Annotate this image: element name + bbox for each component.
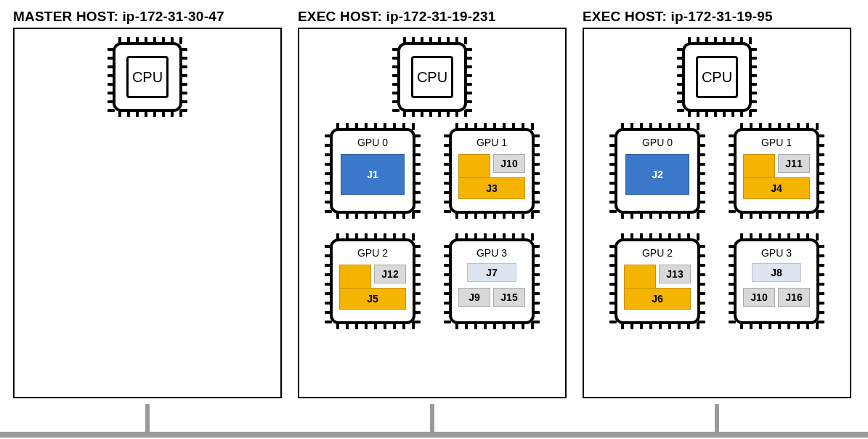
gpu-label: GPU 0 [642, 137, 673, 148]
cpu-icon: CPU [397, 42, 467, 112]
network-leg [145, 404, 150, 433]
gpu-label: GPU 3 [761, 247, 792, 259]
host-panel: EXEC HOST: ip-172-31-19-231 CPU GPU 0 J1… [298, 9, 567, 398]
job-block: J3 [458, 177, 525, 199]
gpu-icon: GPU 0 J1 [330, 128, 415, 214]
gpu-icon: GPU 1 J4 J11 [734, 128, 819, 214]
cpu-label: CPU [696, 56, 738, 98]
gpu-icon: GPU 0 J2 [615, 128, 700, 214]
job-block: J8 [752, 263, 801, 282]
gpu-label: GPU 2 [357, 247, 388, 259]
cpu-icon: CPU [682, 42, 752, 112]
job-block: J6 [624, 288, 691, 310]
gpu-label: GPU 1 [761, 137, 792, 148]
job-block: J7 [467, 263, 516, 282]
job-block: J13 [659, 265, 691, 283]
job-block: J2 [625, 154, 689, 195]
host-title: EXEC HOST: ip-172-31-19-231 [298, 9, 567, 25]
gpu-label: GPU 1 [476, 137, 507, 148]
gpu-label: GPU 0 [357, 137, 388, 148]
job-block: J15 [493, 288, 525, 307]
host-box: CPU GPU 0 J2 GPU 1 J4 J11 GPU 2 J6 [583, 28, 851, 398]
host-panel: MASTER HOST: ip-172-31-30-47 CPU [13, 9, 282, 398]
gpu-icon: GPU 3 J8 J10 J16 [734, 238, 819, 324]
job-block: J1 [341, 154, 405, 195]
job-block: J16 [778, 288, 810, 307]
job-block: J5 [339, 288, 406, 310]
host-title: MASTER HOST: ip-172-31-30-47 [13, 9, 282, 25]
network-leg [715, 404, 719, 433]
cpu-label: CPU [411, 56, 453, 98]
gpu-icon: GPU 1 J3 J10 [449, 128, 535, 214]
cpu-label: CPU [126, 56, 169, 98]
host-box: CPU GPU 0 J1 GPU 1 J3 J10 GPU 2 J5 [298, 28, 567, 398]
gpu-icon: GPU 2 J5 J12 [330, 238, 415, 324]
network-leg [430, 404, 434, 433]
cpu-icon: CPU [113, 42, 182, 112]
host-panel: EXEC HOST: ip-172-31-19-95 CPU GPU 0 J2 … [583, 9, 851, 398]
job-block: J11 [778, 154, 810, 173]
job-block: J10 [743, 288, 775, 307]
gpu-icon: GPU 2 J6 J13 [615, 238, 700, 324]
gpu-icon: GPU 3 J7 J9 J15 [449, 238, 535, 324]
job-block: J10 [493, 154, 525, 173]
job-block: J12 [374, 265, 406, 283]
host-box: CPU [13, 28, 282, 398]
host-title: EXEC HOST: ip-172-31-19-95 [583, 9, 851, 25]
gpu-label: GPU 2 [642, 247, 673, 259]
gpu-label: GPU 3 [476, 247, 507, 259]
job-block: J9 [458, 288, 490, 307]
job-block: J4 [743, 177, 810, 199]
network-bus [0, 432, 868, 438]
